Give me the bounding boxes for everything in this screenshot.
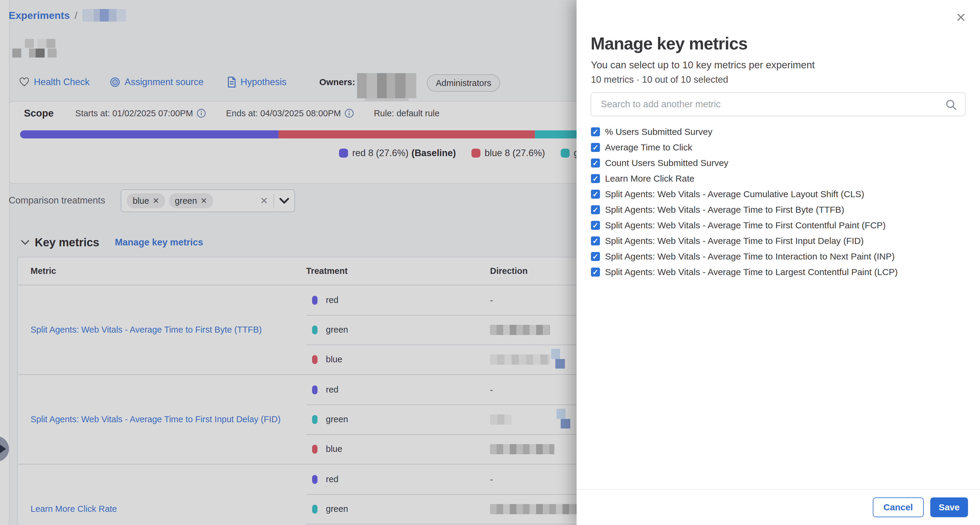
checkbox-checked-icon[interactable]: ✓ (591, 268, 600, 276)
checkbox-checked-icon[interactable]: ✓ (591, 174, 600, 183)
search-input[interactable] (591, 93, 965, 116)
metric-checkbox-row[interactable]: ✓Split Agents: Web Vitals - Average Time… (591, 249, 968, 264)
metric-checkbox-row[interactable]: ✓Split Agents: Web Vitals - Average Cumu… (591, 187, 968, 202)
metric-checkbox-row[interactable]: ✓% Users Submitted Survey (591, 124, 968, 140)
metric-checkbox-label: Split Agents: Web Vitals - Average Cumul… (605, 189, 864, 199)
checkbox-checked-icon[interactable]: ✓ (591, 128, 600, 136)
checkbox-checked-icon[interactable]: ✓ (591, 205, 600, 214)
metric-checkbox-row[interactable]: ✓Average Time to Click (591, 140, 968, 155)
checkbox-checked-icon[interactable]: ✓ (591, 236, 600, 246)
metric-checkbox-row[interactable]: ✓Count Users Submitted Survey (591, 155, 968, 171)
metric-checkbox-label: Split Agents: Web Vitals - Average Time … (605, 251, 895, 262)
checkbox-checked-icon[interactable]: ✓ (591, 221, 600, 230)
metric-checkbox-label: Split Agents: Web Vitals - Average Time … (605, 267, 897, 277)
save-button[interactable]: Save (930, 498, 968, 517)
checkbox-checked-icon[interactable]: ✓ (591, 252, 600, 261)
metric-checkbox-list: ✓% Users Submitted Survey✓Average Time t… (591, 124, 968, 280)
metric-search (591, 92, 966, 116)
checkbox-checked-icon[interactable]: ✓ (591, 158, 600, 168)
close-icon[interactable]: ✕ (956, 11, 966, 24)
metric-checkbox-label: Count Users Submitted Survey (605, 158, 729, 168)
metric-checkbox-row[interactable]: ✓Learn More Click Rate (591, 171, 968, 187)
metric-checkbox-row[interactable]: ✓Split Agents: Web Vitals - Average Time… (591, 217, 968, 233)
metric-checkbox-row[interactable]: ✓Split Agents: Web Vitals - Average Time… (591, 264, 968, 280)
metric-checkbox-label: Split Agents: Web Vitals - Average Time … (605, 220, 886, 230)
panel-footer: Cancel Save (577, 489, 980, 525)
metric-checkbox-label: Average Time to Click (605, 142, 692, 153)
panel-title: Manage key metrics (591, 34, 748, 53)
metric-checkbox-label: % Users Submitted Survey (605, 127, 712, 137)
checkbox-checked-icon[interactable]: ✓ (591, 143, 600, 152)
metric-checkbox-label: Split Agents: Web Vitals - Average Time … (605, 236, 864, 246)
metric-checkbox-label: Split Agents: Web Vitals - Average Time … (605, 205, 844, 215)
search-icon (945, 99, 957, 111)
metric-checkbox-row[interactable]: ✓Split Agents: Web Vitals - Average Time… (591, 233, 968, 249)
manage-key-metrics-panel: ✕ Manage key metrics You can select up t… (577, 0, 980, 525)
metric-checkbox-label: Learn More Click Rate (605, 174, 694, 184)
checkbox-checked-icon[interactable]: ✓ (591, 190, 600, 199)
cancel-button[interactable]: Cancel (873, 498, 924, 517)
panel-subtitle: You can select up to 10 key metrics per … (591, 59, 815, 71)
metric-checkbox-row[interactable]: ✓Split Agents: Web Vitals - Average Time… (591, 202, 968, 217)
metrics-count-line: 10 metrics · 10 out of 10 selected (591, 74, 728, 85)
